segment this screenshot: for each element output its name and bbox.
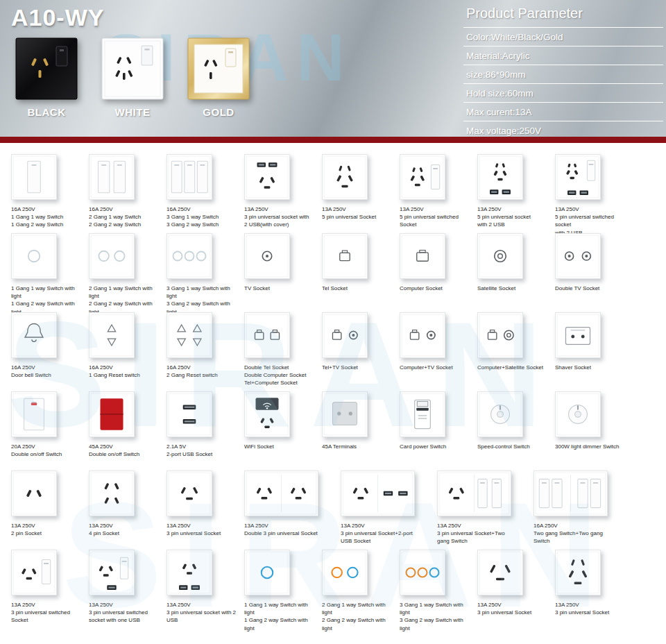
caption-line: 1 Gang Reset switch bbox=[89, 371, 164, 379]
switch-1-image bbox=[11, 154, 57, 200]
product-item: 45A 250VDouble on/off Switch bbox=[89, 391, 166, 458]
caption-line: 3 pin universal Socket bbox=[555, 609, 630, 616]
jack-satellite-image bbox=[477, 312, 523, 358]
caption-line: 3 Gang 2 way Switch with light bbox=[400, 616, 475, 632]
caption-line: 2 Gang 2 way Switch with light bbox=[322, 616, 397, 632]
product-item: Double TV Socket bbox=[555, 233, 633, 292]
caption-line: 1 Gang 1 way Switch with light bbox=[11, 285, 86, 300]
product-item: 45A Terminals bbox=[322, 391, 400, 450]
caption-line: 3 pin universal switched Socket bbox=[11, 609, 86, 624]
product-item: 13A 250V4 pin Socket bbox=[89, 471, 166, 537]
caption-line: 16A 250V bbox=[89, 364, 164, 371]
caption-line: 2 Gang Reset switch bbox=[166, 371, 241, 379]
grid-row: 13A 250V2 pin Socket13A 250V4 pin Socket… bbox=[11, 471, 666, 550]
socket-3pin-switched-usb-image bbox=[89, 550, 135, 595]
product-item: 300W light dimmer Switch bbox=[555, 391, 633, 450]
grid-row: 13A 250V3 pin universal switched Socket1… bbox=[11, 550, 666, 629]
product-caption: 13A 250V3 pin universal Socket+2-portUSB… bbox=[341, 522, 416, 545]
socket-3pin-2usb-cover-image bbox=[244, 154, 290, 200]
caption-line: Double TV Socket bbox=[555, 285, 630, 292]
product-item: Computer+TV Socket bbox=[400, 312, 477, 371]
caption-line: Card power Switch bbox=[400, 443, 475, 450]
product-item: Card power Switch bbox=[400, 391, 477, 450]
caption-line: 16A 250V bbox=[11, 364, 86, 371]
tv-image bbox=[244, 233, 290, 279]
caption-line: 13A 250V bbox=[11, 522, 86, 529]
product-grid-area: SIRAN SIRAN 16A 250V1 Gang 1 way Switch1… bbox=[0, 143, 666, 629]
product-caption: 13A 250V3 pin universal Socket bbox=[166, 522, 241, 537]
socket-5pin-switched-2usb-image bbox=[555, 154, 601, 200]
touch-3-lit-image bbox=[400, 550, 445, 595]
product-caption: Computer+Satellite Socket bbox=[477, 364, 552, 371]
3pin-2usb-wide-image bbox=[341, 471, 415, 516]
product-caption: 13A 250V4 pin Socket bbox=[89, 522, 164, 537]
product-caption: 13A 250V3 pin universal switchedsocket w… bbox=[89, 601, 164, 625]
caption-line: 13A 250V bbox=[244, 205, 319, 213]
caption-line: with 2 USB bbox=[477, 221, 552, 228]
switch-3-image bbox=[166, 154, 212, 200]
caption-line: 5 pin universal switched socket bbox=[555, 213, 630, 228]
caption-line: 13A 250V bbox=[11, 601, 86, 609]
caption-line: Satellite Socket bbox=[477, 285, 552, 292]
caption-line: 45A Terminals bbox=[322, 443, 397, 450]
product-item: Satellite Socket bbox=[477, 233, 555, 292]
product-caption: Shaver Socket bbox=[555, 364, 630, 371]
product-caption: 45A 250VDouble on/off Switch bbox=[89, 443, 164, 458]
product-item: 13A 250V5 pin universal socketwith 2 USB bbox=[477, 154, 555, 229]
caption-line: 2-port USB Socket bbox=[166, 450, 241, 458]
touch-1-image bbox=[11, 233, 57, 279]
caption-line: 3 Gang 1 way Switch bbox=[166, 213, 241, 221]
product-item: Shaver Socket bbox=[555, 312, 633, 371]
caption-line: 1 Gang 2 way Switch with light bbox=[244, 616, 319, 632]
product-item: 13A 250V5 pin universal switched Socket bbox=[400, 154, 477, 229]
caption-line: 13A 250V bbox=[477, 601, 552, 609]
caption-line: 16A 250V bbox=[11, 205, 86, 213]
parameter-panel: Product Parameter Color:White/Black/Gold… bbox=[463, 4, 663, 137]
product-item: 13A 250V3 pin universal Socket+2-portUSB… bbox=[341, 471, 437, 545]
product-item: 3 Gang 1 way Switch with light3 Gang 2 w… bbox=[400, 550, 477, 632]
product-caption: 13A 250V3 pin universal socket with2 USB… bbox=[244, 205, 319, 229]
grid-row: 1 Gang 1 way Switch with light1 Gang 2 w… bbox=[11, 233, 666, 312]
product-caption: Satellite Socket bbox=[477, 285, 552, 292]
grid-row: 16A 250V1 Gang 1 way Switch1 Gang 2 way … bbox=[11, 154, 666, 233]
socket-5pin-2usb-image bbox=[477, 154, 523, 200]
product-caption: Tel+TV Socket bbox=[322, 364, 397, 371]
product-item: 13A 250V3 pin universal socket with 2 US… bbox=[166, 550, 244, 625]
socket-3pin-large-image bbox=[477, 550, 523, 595]
switch-45a-image bbox=[89, 391, 135, 437]
product-caption: 13A 250V2 pin Socket bbox=[11, 522, 86, 537]
caption-line: 13A 250V bbox=[437, 522, 512, 529]
product-item: 13A 250V3 pin universal Socket bbox=[555, 550, 633, 616]
caption-line: 3 pin universal Socket+Two bbox=[437, 529, 512, 537]
product-caption: 13A 250V3 pin universal Socket bbox=[477, 601, 552, 616]
caption-line: Computer+Satellite Socket bbox=[477, 364, 552, 371]
caption-line: 2 Gang 1 way Switch bbox=[89, 213, 164, 221]
3pin-switch2-wide-image bbox=[437, 471, 511, 516]
caption-line: 3 pin universal socket with bbox=[244, 213, 319, 221]
product-item: 13A 250V2 pin Socket bbox=[11, 471, 89, 537]
socket-3pin-2usb-image bbox=[166, 550, 212, 595]
caption-line: 13A 250V bbox=[341, 522, 416, 529]
caption-line: 16A 250V bbox=[166, 364, 241, 371]
touch-1-lit-image bbox=[244, 550, 290, 595]
product-item: Double Tel SocketDouble Computer SocketT… bbox=[244, 312, 322, 387]
double-3pin-image bbox=[244, 471, 318, 516]
caption-line: Double 3 pin universal Socket bbox=[244, 529, 319, 537]
dial-image bbox=[555, 391, 601, 437]
product-item: 2 Gang 1 way Switch with light2 Gang 2 w… bbox=[89, 233, 166, 316]
variant-gold-label: GOLD bbox=[187, 106, 250, 118]
jack-tv-image bbox=[322, 312, 368, 358]
product-item: Computer Socket bbox=[400, 233, 477, 292]
product-caption: 13A 250V3 pin universal Socket bbox=[555, 601, 630, 616]
product-caption: 16A 250VDoor bell Switch bbox=[11, 364, 86, 379]
product-caption: WiFi Socket bbox=[244, 443, 319, 450]
grid-row: 20A 250VDouble on/off Switch45A 250VDoub… bbox=[11, 391, 666, 471]
product-item: 13A 250V3 pin universal switched Socket bbox=[11, 550, 89, 625]
parameter-title: Product Parameter bbox=[463, 4, 663, 28]
product-caption: 2 Gang 1 way Switch with light2 Gang 2 w… bbox=[322, 601, 397, 632]
caption-line: Double Tel Socket bbox=[244, 364, 319, 371]
caption-line: 5 pin universal switched Socket bbox=[400, 213, 475, 228]
caption-line: 1 Gang 1 way Switch with light bbox=[244, 601, 319, 616]
grid-row: 16A 250VDoor bell Switch16A 250V1 Gang R… bbox=[11, 312, 666, 391]
gold-plate-image bbox=[187, 37, 250, 100]
